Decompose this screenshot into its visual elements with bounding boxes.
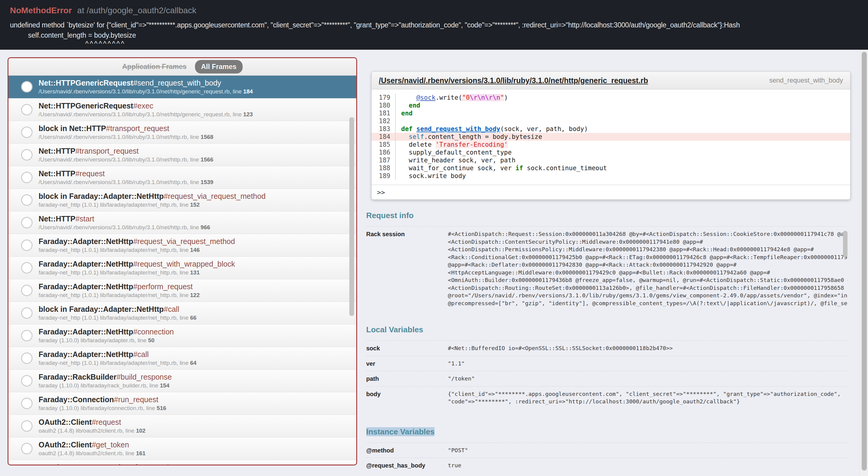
frame-radio[interactable]: [21, 307, 33, 319]
tab-all-frames[interactable]: All Frames: [195, 60, 243, 73]
code-line: 185 delete 'Transfer-Encoding': [372, 141, 850, 149]
frame-radio[interactable]: [21, 127, 33, 138]
frame-title: Faraday::Adapter::NetHttp#call: [38, 350, 344, 358]
frame-text: Net::HTTP#transport_request/Users/navid/…: [38, 147, 344, 163]
frame-text: Net::HTTP#request/Users/navid/.rbenv/ver…: [38, 169, 344, 186]
code-lines: 179 @sock.write("0\r\n\r\n")180 end181en…: [372, 90, 850, 185]
frame-path: faraday-net_http (1.0.1) lib/faraday/ada…: [38, 292, 344, 299]
frame-radio[interactable]: [21, 285, 33, 296]
frame-path: /Users/navid/.rbenv/versions/3.1.0/lib/r…: [38, 156, 344, 163]
stack-frame-item[interactable]: block in Faraday::Adapter::NetHttp#reque…: [8, 189, 356, 211]
frame-radio[interactable]: [21, 172, 33, 183]
stack-frame-item[interactable]: Faraday::RackBuilder#build_responsefarad…: [8, 369, 356, 392]
frame-radio[interactable]: [21, 149, 33, 161]
frame-path: faraday-net_http (1.0.1) lib/faraday/ada…: [38, 201, 344, 209]
frame-radio[interactable]: [21, 420, 33, 432]
stack-frame-item[interactable]: OAuth2::Client#get_tokenoauth2 (1.4.8) l…: [8, 437, 356, 460]
frame-text: block in Faraday::Adapter::NetHttp#callf…: [38, 305, 344, 321]
frame-title: Faraday::Connection#run_request: [38, 395, 344, 404]
variable-value: {"client_id"=>"********.apps.googleuserc…: [448, 390, 847, 406]
source-file-path[interactable]: /Users/navid/.rbenv/versions/3.1.0/lib/r…: [379, 76, 648, 85]
stack-frame-item[interactable]: OAuth2::Strategy::AuthCode#get_token: [8, 460, 356, 466]
error-title-line: NoMethodError at /auth/google_oauth2/cal…: [10, 5, 868, 16]
frame-path: oauth2 (1.4.8) lib/oauth2/client.rb, lin…: [38, 450, 344, 457]
page-scrollbar-thumb[interactable]: [862, 52, 867, 471]
stack-frame-item[interactable]: Net::HTTP#start/Users/navid/.rbenv/versi…: [8, 211, 356, 234]
variable-row: body{"client_id"=>"********.apps.googleu…: [366, 386, 847, 409]
frame-radio[interactable]: [21, 217, 33, 228]
variable-name: ver: [366, 360, 448, 368]
variable-value: #<ActionDispatch::Request::Session:0x000…: [448, 230, 847, 307]
code-text: end: [395, 101, 850, 109]
frame-radio[interactable]: [21, 443, 33, 454]
tab-application-frames[interactable]: Application Frames: [122, 63, 186, 71]
frame-radio[interactable]: [21, 375, 33, 386]
code-viewer-header: /Users/navid/.rbenv/versions/3.1.0/lib/r…: [372, 72, 850, 90]
stack-frame-item[interactable]: OAuth2::Client#requestoauth2 (1.4.8) lib…: [8, 415, 356, 437]
line-number: 179: [372, 94, 395, 101]
stack-frame-item[interactable]: Faraday::Adapter::NetHttp#callfaraday-ne…: [8, 347, 356, 369]
stack-frame-item[interactable]: block in Faraday::Adapter::NetHttp#callf…: [8, 302, 356, 324]
frame-radio[interactable]: [21, 81, 33, 93]
variable-row: Rack session#<ActionDispatch::Request::S…: [366, 227, 847, 311]
variable-row: ver"1.1": [366, 356, 847, 372]
repl-console[interactable]: >>: [372, 185, 850, 199]
instance-variables-heading: Instance Variables: [366, 427, 847, 437]
variable-name: @request_has_body: [366, 462, 448, 469]
stack-frame-item[interactable]: Faraday::Adapter::NetHttp#perform_reques…: [8, 279, 356, 302]
frame-path: oauth2 (1.4.8) lib/oauth2/client.rb, lin…: [38, 427, 344, 435]
code-line: 179 @sock.write("0\r\n\r\n"): [372, 94, 850, 101]
frame-text: Net::HTTP#start/Users/navid/.rbenv/versi…: [38, 215, 344, 231]
frame-text: Net::HTTPGenericRequest#exec/Users/navid…: [38, 101, 344, 118]
stack-frame-item[interactable]: Faraday::Adapter::NetHttp#request_via_re…: [8, 234, 356, 256]
frame-path: /Users/navid/.rbenv/versions/3.1.0/lib/r…: [38, 179, 344, 186]
stack-frame-item[interactable]: Faraday::Adapter::NetHttp#request_with_w…: [8, 256, 356, 279]
variable-name: body: [366, 390, 448, 406]
request-info-table: Rack session#<ActionDispatch::Request::S…: [366, 227, 847, 311]
frame-radio[interactable]: [21, 240, 33, 251]
frame-title: Net::HTTP#transport_request: [38, 147, 344, 155]
variable-row: sock#<Net::BufferedIO io=#<OpenSSL::SSL:…: [366, 341, 847, 356]
request-details: Request info Rack session#<ActionDispatc…: [366, 211, 847, 473]
code-text: end: [395, 109, 850, 117]
stack-frames-panel: Application Frames All Frames Net::HTTPG…: [7, 57, 357, 466]
line-number: 187: [372, 156, 395, 164]
frame-radio[interactable]: [21, 104, 33, 116]
variable-value: "1.1": [448, 360, 847, 368]
frame-path: /Users/navid/.rbenv/versions/3.1.0/lib/r…: [38, 133, 344, 141]
stack-frame-item[interactable]: Faraday::Adapter::NetHttp#connectionfara…: [8, 324, 356, 347]
frame-radio[interactable]: [21, 330, 33, 341]
frame-title: Net::HTTPGenericRequest#send_request_wit…: [38, 78, 344, 87]
frames-scrollbar-thumb[interactable]: [349, 117, 354, 316]
error-class: NoMethodError: [10, 6, 72, 15]
frame-title: Faraday::Adapter::NetHttp#request_via_re…: [38, 237, 344, 246]
line-number: 186: [372, 149, 395, 156]
variable-value: #<Net::BufferedIO io=#<OpenSSL::SSL::SSL…: [448, 344, 847, 352]
stack-frame-item[interactable]: Net::HTTP#transport_request/Users/navid/…: [8, 144, 356, 166]
line-number: 185: [372, 141, 395, 149]
stack-frame-item[interactable]: Net::HTTPGenericRequest#exec/Users/navid…: [8, 98, 356, 121]
frames-list: Net::HTTPGenericRequest#send_request_wit…: [8, 75, 356, 466]
error-caret-line: ^^^^^^^^^: [10, 40, 868, 47]
code-text: sock.write body: [395, 172, 850, 180]
variable-row: @method"POST": [366, 443, 847, 458]
frame-radio[interactable]: [21, 398, 33, 409]
code-viewer: /Users/navid/.rbenv/versions/3.1.0/lib/r…: [371, 71, 850, 200]
frame-radio[interactable]: [21, 194, 33, 206]
stack-frame-item[interactable]: block in Net::HTTP#transport_request/Use…: [8, 121, 356, 144]
stack-frame-item[interactable]: Net::HTTP#request/Users/navid/.rbenv/ver…: [8, 166, 356, 189]
frame-radio[interactable]: [21, 262, 33, 274]
code-text: @sock.write("0\r\n\r\n"): [395, 94, 850, 101]
variable-value: true: [448, 462, 847, 469]
code-line: 184 self.content_length = body.bytesize: [372, 133, 850, 141]
frame-radio[interactable]: [21, 352, 33, 364]
frame-title: block in Faraday::Adapter::NetHttp#call: [38, 305, 344, 313]
frame-text: OAuth2::Client#get_tokenoauth2 (1.4.8) l…: [38, 440, 344, 457]
stack-frame-item[interactable]: Faraday::Connection#run_requestfaraday (…: [8, 392, 356, 415]
line-number: 181: [372, 109, 395, 117]
stack-frame-item[interactable]: Net::HTTPGenericRequest#send_request_wit…: [8, 75, 356, 98]
value-scrollbar-thumb[interactable]: [843, 231, 847, 257]
frame-title: block in Faraday::Adapter::NetHttp#reque…: [38, 192, 344, 200]
variable-name: @method: [366, 446, 448, 454]
frame-text: Faraday::Connection#run_requestfaraday (…: [38, 395, 344, 412]
